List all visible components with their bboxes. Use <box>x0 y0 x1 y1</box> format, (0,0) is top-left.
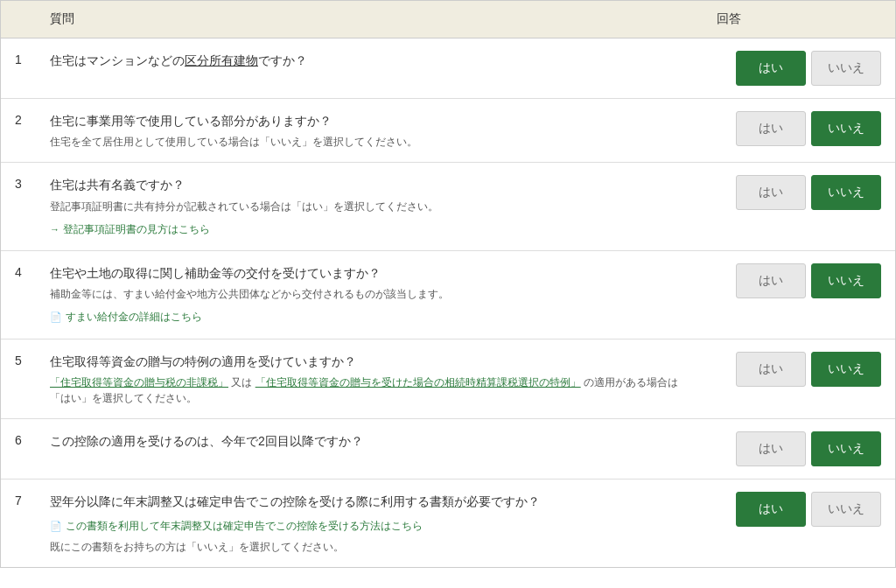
row-answer: はいいいえ <box>703 339 895 418</box>
question-link[interactable]: 📄すまい給付金の詳細はこちら <box>50 309 202 326</box>
row-question: 住宅取得等資金の贈与の特例の適用を受けていますか？「住宅取得等資金の贈与税の非課… <box>36 339 703 418</box>
row-number: 7 <box>1 479 36 566</box>
table-row: 7翌年分以降に年末調整又は確定申告でこの控除を受ける際に利用する書類が必要ですか… <box>1 479 895 566</box>
no-button[interactable]: いいえ <box>811 175 881 210</box>
no-button[interactable]: いいえ <box>811 51 881 86</box>
row-question: 住宅は共有名義ですか？登記事項証明書に共有持分が記載されている場合は「はい」を選… <box>36 163 703 251</box>
row-question: 住宅や土地の取得に関し補助金等の交付を受けていますか？補助金等には、すまい給付金… <box>36 250 703 339</box>
question-sub-text: 「住宅取得等資金の贈与税の非課税」 又は 「住宅取得等資金の贈与を受けた場合の相… <box>50 374 689 406</box>
link-housing-gift-special[interactable]: 「住宅取得等資金の贈与を受けた場合の相続時精算課税選択の特例」 <box>256 376 581 388</box>
yes-button[interactable]: はい <box>736 175 806 210</box>
header-num <box>1 1 36 38</box>
row-answer: はいいいえ <box>703 250 895 339</box>
table-row: 3住宅は共有名義ですか？登記事項証明書に共有持分が記載されている場合は「はい」を… <box>1 163 895 251</box>
yes-button[interactable]: はい <box>736 431 806 466</box>
no-button[interactable]: いいえ <box>811 431 881 466</box>
row-answer: はいいいえ <box>703 163 895 251</box>
no-button[interactable]: いいえ <box>811 111 881 146</box>
table-row: 5住宅取得等資金の贈与の特例の適用を受けていますか？「住宅取得等資金の贈与税の非… <box>1 339 895 418</box>
row-question: 住宅に事業用等で使用している部分がありますか？住宅を全て居住用として使用している… <box>36 99 703 163</box>
document-icon: 📄 <box>50 310 62 326</box>
yes-button[interactable]: はい <box>736 492 806 527</box>
table-row: 1住宅はマンションなどの区分所有建物ですか？はいいいえ <box>1 38 895 99</box>
row-answer: はいいいえ <box>703 99 895 163</box>
row-number: 2 <box>1 99 36 163</box>
yes-button[interactable]: はい <box>736 263 806 298</box>
row-answer: はいいいえ <box>703 479 895 566</box>
answer-button-group: はいいいえ <box>717 263 881 298</box>
answer-button-group: はいいいえ <box>717 431 881 466</box>
question-main-text: 住宅や土地の取得に関し補助金等の交付を受けていますか？ <box>50 263 689 283</box>
row-number: 6 <box>1 418 36 479</box>
table-row: 6この控除の適用を受けるのは、今年で2回目以降ですか？はいいいえ <box>1 418 895 479</box>
answer-button-group: はいいいえ <box>717 51 881 86</box>
table-row: 2住宅に事業用等で使用している部分がありますか？住宅を全て居住用として使用してい… <box>1 99 895 163</box>
header-question: 質問 <box>36 1 703 38</box>
answer-button-group: はいいいえ <box>717 175 881 210</box>
question-main-text: この控除の適用を受けるのは、今年で2回目以降ですか？ <box>50 431 689 451</box>
row-number: 3 <box>1 163 36 251</box>
row-question: この控除の適用を受けるのは、今年で2回目以降ですか？ <box>36 418 703 479</box>
question-main-text: 住宅は共有名義ですか？ <box>50 175 689 194</box>
row-number: 1 <box>1 38 36 99</box>
question-link[interactable]: →登記事項証明書の見方はこちら <box>50 221 210 238</box>
row-question: 住宅はマンションなどの区分所有建物ですか？ <box>36 38 703 99</box>
question-main-text: 住宅に事業用等で使用している部分がありますか？ <box>50 111 689 130</box>
row-answer: はいいいえ <box>703 418 895 479</box>
question-link[interactable]: 📄この書類を利用して年末調整又は確定申告でこの控除を受ける方法はこちら <box>50 518 423 535</box>
no-button[interactable]: いいえ <box>811 492 881 527</box>
answer-button-group: はいいいえ <box>717 492 881 527</box>
document-icon: 📄 <box>50 519 62 535</box>
row-number: 4 <box>1 250 36 339</box>
row-answer: はいいいえ <box>703 38 895 99</box>
question-main-text: 住宅はマンションなどの区分所有建物ですか？ <box>50 51 689 70</box>
question-sub-text: 住宅を全て居住用として使用している場合は「いいえ」を選択してください。 <box>50 134 689 150</box>
question-main-text: 翌年分以降に年末調整又は確定申告でこの控除を受ける際に利用する書類が必要ですか？ <box>50 492 689 511</box>
header-answer: 回答 <box>703 1 895 38</box>
yes-button[interactable]: はい <box>736 51 806 86</box>
arrow-icon: → <box>50 222 60 238</box>
row-number: 5 <box>1 339 36 418</box>
link-housing-gift-nontax[interactable]: 「住宅取得等資金の贈与税の非課税」 <box>50 376 228 388</box>
no-button[interactable]: いいえ <box>811 352 881 387</box>
answer-button-group: はいいいえ <box>717 352 881 387</box>
yes-button[interactable]: はい <box>736 352 806 387</box>
question-sub-text: 登記事項証明書に共有持分が記載されている場合は「はい」を選択してください。 <box>50 199 689 214</box>
yes-button[interactable]: はい <box>736 111 806 146</box>
question-sub-text: 既にこの書類をお持ちの方は「いいえ」を選択してください。 <box>50 539 689 555</box>
question-main-text: 住宅取得等資金の贈与の特例の適用を受けていますか？ <box>50 352 689 371</box>
answer-button-group: はいいいえ <box>717 111 881 146</box>
table-row: 4住宅や土地の取得に関し補助金等の交付を受けていますか？補助金等には、すまい給付… <box>1 250 895 339</box>
no-button[interactable]: いいえ <box>811 263 881 298</box>
underline-text: 区分所有建物 <box>185 53 258 67</box>
row-question: 翌年分以降に年末調整又は確定申告でこの控除を受ける際に利用する書類が必要ですか？… <box>36 479 703 566</box>
question-sub-text: 補助金等には、すまい給付金や地方公共団体などから交付されるものが該当します。 <box>50 286 689 302</box>
